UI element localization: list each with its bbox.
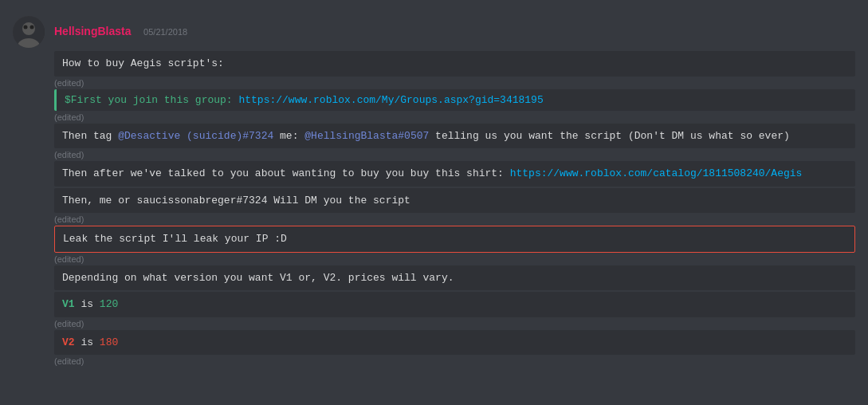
v1-word: is: [81, 298, 99, 310]
code-prefix: $First you join this group:: [65, 94, 238, 106]
v1-price: 120: [100, 298, 118, 310]
edited-label: (edited): [54, 112, 855, 122]
group-link[interactable]: https://www.roblox.com/My/Groups.aspx?gi…: [238, 94, 543, 106]
message-header: HellsingBlasta 05/21/2018: [13, 10, 855, 48]
header-info: HellsingBlasta 05/21/2018: [54, 25, 187, 39]
edited-label: (edited): [54, 356, 855, 366]
v1-label: V1: [62, 298, 75, 310]
message-text: Leak the script I'll leak your IP :D: [63, 233, 287, 245]
version-v1-line: V1 is 120: [54, 292, 855, 317]
message-line: Depending on what version you want V1 or…: [54, 265, 855, 291]
edited-label: (edited): [54, 150, 855, 159]
v2-label: V2: [62, 336, 75, 348]
message-text: Then, me or saucissonabreger#7324 Will D…: [62, 195, 410, 206]
edited-label: (edited): [54, 78, 855, 88]
message-line: Then, me or saucissonabreger#7324 Will D…: [54, 188, 855, 214]
avatar: [13, 16, 45, 48]
svg-point-1: [22, 22, 35, 35]
version-v2-line: V2 is 180: [54, 330, 855, 356]
svg-point-4: [30, 26, 34, 29]
message-group: How to buy Aegis script's: (edited) $Fir…: [54, 51, 855, 368]
message-text: Then tag @Desactive (suicide)#7324 me: @…: [62, 130, 790, 142]
catalog-link[interactable]: https://www.roblox.com/catalog/181150824…: [510, 167, 803, 179]
edited-label: (edited): [54, 214, 855, 224]
v2-price: 180: [100, 336, 118, 348]
mention: @HellsingBlasta#0507: [304, 130, 429, 142]
message-text: Then after we've talked to you about wan…: [62, 167, 802, 179]
timestamp: 05/21/2018: [143, 27, 187, 37]
v2-word: is: [81, 336, 99, 348]
message-text: Depending on what version you want V1 or…: [62, 272, 454, 284]
message-text: How to buy Aegis script's:: [62, 57, 224, 69]
edited-label: (edited): [54, 254, 855, 264]
message-line: Then tag @Desactive (suicide)#7324 me: @…: [54, 124, 855, 149]
chat-container: HellsingBlasta 05/21/2018 How to buy Aeg…: [0, 0, 868, 377]
edited-label: (edited): [54, 319, 855, 328]
code-block: $First you join this group: https://www.…: [54, 89, 855, 111]
message-line-highlighted: Leak the script I'll leak your IP :D: [54, 226, 855, 253]
svg-point-3: [24, 26, 28, 29]
message-line: How to buy Aegis script's:: [54, 51, 855, 77]
mention: @Desactive (suicide)#7324: [118, 130, 273, 142]
username: HellsingBlasta: [54, 25, 131, 37]
message-line: Then after we've talked to you about wan…: [54, 161, 855, 187]
